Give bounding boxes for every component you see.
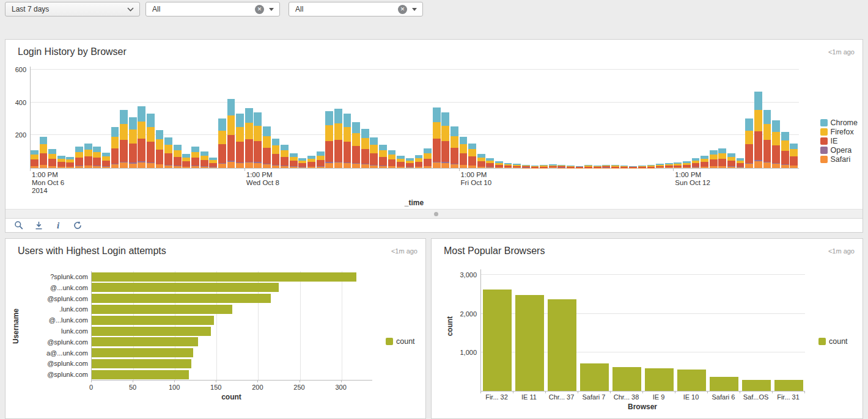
- stacked-bar[interactable]: [727, 153, 735, 168]
- stacked-bar[interactable]: [298, 158, 306, 168]
- vbar[interactable]: [774, 380, 803, 391]
- stacked-bar[interactable]: [209, 158, 217, 168]
- stacked-bar[interactable]: [236, 114, 244, 168]
- stacked-bar[interactable]: [549, 164, 557, 168]
- hbar[interactable]: [92, 327, 211, 336]
- filter-dropdown-1[interactable]: All ✕: [145, 2, 280, 16]
- stacked-bar[interactable]: [460, 137, 468, 168]
- hbar[interactable]: [92, 370, 189, 379]
- refresh-button[interactable]: [73, 220, 83, 230]
- stacked-bar[interactable]: [281, 145, 289, 168]
- vbar[interactable]: [548, 299, 576, 391]
- legend-item[interactable]: count: [818, 337, 848, 346]
- hbar[interactable]: [92, 283, 279, 292]
- stacked-bar[interactable]: [102, 153, 110, 169]
- legend-item[interactable]: Safari: [820, 155, 858, 164]
- dropdown-caret-icon[interactable]: [412, 8, 417, 11]
- vbar[interactable]: [742, 380, 771, 391]
- stacked-bar[interactable]: [656, 164, 664, 168]
- stacked-bar[interactable]: [75, 147, 83, 168]
- filter-dropdown-2[interactable]: All ✕: [289, 2, 423, 16]
- stacked-bar[interactable]: [790, 144, 798, 168]
- stacked-bar[interactable]: [84, 144, 92, 168]
- stacked-bar[interactable]: [254, 112, 262, 168]
- stacked-bar[interactable]: [334, 109, 342, 168]
- stacked-bar[interactable]: [156, 130, 164, 168]
- stacked-bar[interactable]: [182, 154, 190, 168]
- vbar[interactable]: [515, 295, 544, 391]
- stacked-bar[interactable]: [406, 158, 414, 168]
- vbar[interactable]: [612, 367, 641, 391]
- stacked-bar[interactable]: [576, 166, 584, 168]
- stacked-bar[interactable]: [602, 165, 610, 168]
- legend-item[interactable]: Chrome: [820, 118, 858, 127]
- export-button[interactable]: [34, 220, 43, 230]
- stacked-bar[interactable]: [522, 165, 530, 168]
- stacked-bar[interactable]: [718, 148, 726, 168]
- stacked-bar[interactable]: [477, 154, 485, 168]
- stacked-bar[interactable]: [557, 165, 565, 168]
- hbar[interactable]: [92, 359, 191, 368]
- stacked-bar[interactable]: [763, 110, 771, 168]
- hbar[interactable]: [92, 272, 356, 282]
- stacked-bar[interactable]: [710, 150, 718, 168]
- stacked-bar[interactable]: [361, 129, 369, 168]
- stacked-bar[interactable]: [441, 112, 449, 168]
- stacked-bar[interactable]: [31, 150, 39, 168]
- stacked-bar[interactable]: [66, 157, 74, 168]
- stacked-bar[interactable]: [307, 156, 315, 168]
- stacked-bar[interactable]: [227, 99, 235, 168]
- stacked-bar[interactable]: [665, 163, 673, 168]
- vbar[interactable]: [710, 377, 738, 391]
- stacked-bar[interactable]: [191, 147, 199, 168]
- hbar[interactable]: [92, 305, 232, 314]
- stacked-bar[interactable]: [745, 118, 753, 168]
- stacked-bar[interactable]: [218, 118, 226, 168]
- stacked-bar[interactable]: [138, 106, 145, 168]
- stacked-bar[interactable]: [200, 151, 208, 168]
- stacked-bar[interactable]: [93, 147, 101, 168]
- stacked-bar[interactable]: [272, 139, 280, 168]
- stacked-bar[interactable]: [468, 144, 476, 168]
- legend-item[interactable]: count: [386, 337, 415, 346]
- vbar[interactable]: [645, 368, 674, 391]
- hbar[interactable]: [92, 294, 271, 303]
- time-range-picker[interactable]: Last 7 days: [5, 2, 140, 16]
- stacked-bar[interactable]: [701, 156, 708, 168]
- legend-item[interactable]: IE: [820, 136, 858, 145]
- panel-resize-handle[interactable]: [6, 209, 862, 219]
- clear-filter-icon[interactable]: ✕: [398, 5, 407, 14]
- stacked-bar[interactable]: [531, 166, 539, 168]
- stacked-bar[interactable]: [40, 137, 48, 168]
- stacked-bar[interactable]: [638, 166, 646, 168]
- stacked-bar[interactable]: [647, 165, 655, 168]
- stacked-bar[interactable]: [147, 114, 155, 168]
- inspect-button[interactable]: i: [53, 220, 63, 230]
- stacked-bar[interactable]: [317, 151, 325, 168]
- clear-filter-icon[interactable]: ✕: [255, 5, 264, 14]
- stacked-bar[interactable]: [111, 127, 119, 168]
- stacked-bar[interactable]: [415, 155, 423, 168]
- stacked-bar[interactable]: [325, 111, 333, 168]
- stacked-bar[interactable]: [674, 162, 682, 168]
- stacked-bar[interactable]: [781, 132, 789, 168]
- hbar[interactable]: [92, 316, 214, 325]
- stacked-bar[interactable]: [370, 137, 378, 168]
- stacked-bar[interactable]: [611, 165, 619, 168]
- stacked-bar[interactable]: [504, 163, 512, 168]
- stacked-bar[interactable]: [567, 166, 575, 168]
- stacked-bar[interactable]: [290, 153, 298, 168]
- stacked-bar[interactable]: [486, 158, 494, 168]
- vbar[interactable]: [580, 363, 609, 391]
- stacked-bar[interactable]: [433, 107, 441, 168]
- stacked-bar[interactable]: [48, 149, 56, 168]
- stacked-bar[interactable]: [174, 145, 182, 168]
- stacked-bar[interactable]: [164, 137, 172, 168]
- open-in-search-button[interactable]: [14, 220, 24, 230]
- stacked-bar[interactable]: [344, 114, 351, 168]
- hbar[interactable]: [92, 337, 198, 346]
- stacked-bar[interactable]: [737, 158, 745, 168]
- legend-item[interactable]: Firefox: [820, 127, 858, 136]
- vbar[interactable]: [483, 290, 512, 391]
- stacked-bar[interactable]: [57, 156, 65, 168]
